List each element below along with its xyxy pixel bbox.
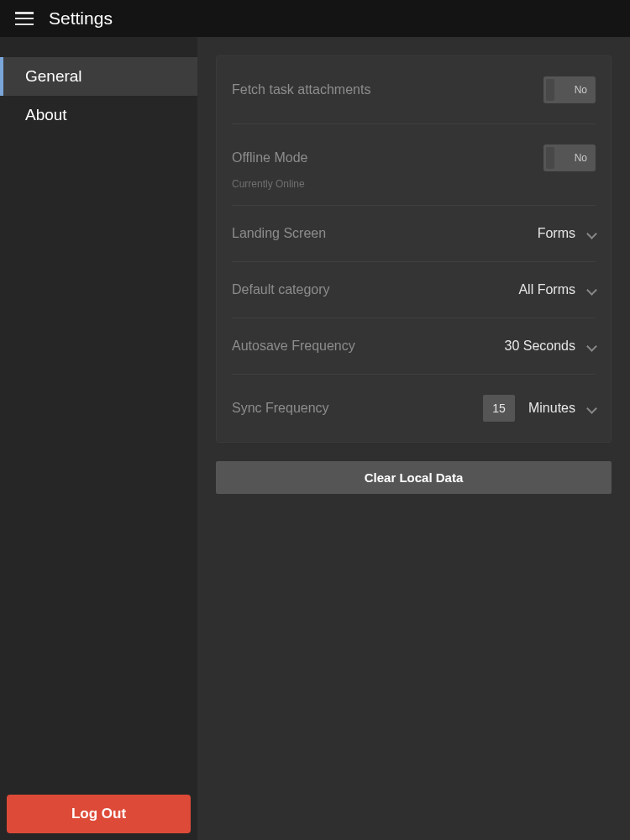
setting-label: Landing Screen bbox=[232, 226, 326, 241]
sync-frequency-input[interactable] bbox=[483, 395, 515, 422]
settings-panel: Fetch task attachments No Offline Mode N… bbox=[216, 55, 612, 443]
toggle-value: No bbox=[575, 152, 587, 164]
chevron-down-icon bbox=[587, 342, 596, 350]
landing-screen-select[interactable]: Forms bbox=[538, 226, 596, 241]
chevron-down-icon bbox=[587, 404, 596, 412]
setting-landing-screen: Landing Screen Forms bbox=[232, 206, 596, 262]
sidebar-item-general[interactable]: General bbox=[0, 57, 197, 96]
toggle-value: No bbox=[575, 84, 587, 96]
clear-local-data-button[interactable]: Clear Local Data bbox=[216, 461, 612, 494]
chevron-down-icon bbox=[587, 286, 596, 294]
default-category-select[interactable]: All Forms bbox=[518, 282, 596, 297]
setting-label: Autosave Frequency bbox=[232, 339, 355, 354]
page-title: Settings bbox=[49, 8, 113, 29]
sidebar: General About Log Out bbox=[0, 37, 197, 840]
offline-mode-status: Currently Online bbox=[232, 178, 596, 190]
sidebar-item-label: General bbox=[25, 67, 82, 85]
sidebar-item-label: About bbox=[25, 106, 67, 123]
logout-button[interactable]: Log Out bbox=[7, 795, 191, 833]
offline-mode-toggle[interactable]: No bbox=[543, 144, 596, 171]
setting-sync-frequency: Sync Frequency Minutes bbox=[232, 375, 596, 442]
select-value: All Forms bbox=[518, 282, 575, 297]
setting-label: Fetch task attachments bbox=[232, 82, 370, 97]
select-value: Minutes bbox=[528, 401, 575, 416]
hamburger-menu-icon[interactable] bbox=[15, 12, 34, 25]
setting-autosave-frequency: Autosave Frequency 30 Seconds bbox=[232, 318, 596, 375]
main-content: Fetch task attachments No Offline Mode N… bbox=[197, 37, 630, 840]
fetch-attachments-toggle[interactable]: No bbox=[543, 76, 596, 103]
setting-fetch-attachments: Fetch task attachments No bbox=[232, 56, 596, 124]
setting-default-category: Default category All Forms bbox=[232, 262, 596, 318]
main-container: General About Log Out Fetch task attachm… bbox=[0, 37, 630, 840]
sidebar-item-about[interactable]: About bbox=[0, 96, 197, 134]
setting-offline-mode: Offline Mode No bbox=[232, 124, 596, 178]
select-value: Forms bbox=[538, 226, 575, 241]
autosave-frequency-select[interactable]: 30 Seconds bbox=[504, 339, 596, 354]
setting-label: Default category bbox=[232, 282, 330, 297]
chevron-down-icon bbox=[587, 229, 596, 238]
app-header: Settings bbox=[0, 0, 630, 37]
sync-frequency-unit-select[interactable]: Minutes bbox=[528, 401, 596, 416]
setting-label: Offline Mode bbox=[232, 150, 307, 165]
select-value: 30 Seconds bbox=[504, 339, 575, 354]
setting-label: Sync Frequency bbox=[232, 401, 329, 416]
offline-mode-status-row: Currently Online bbox=[232, 178, 596, 206]
sync-frequency-control: Minutes bbox=[483, 395, 596, 422]
